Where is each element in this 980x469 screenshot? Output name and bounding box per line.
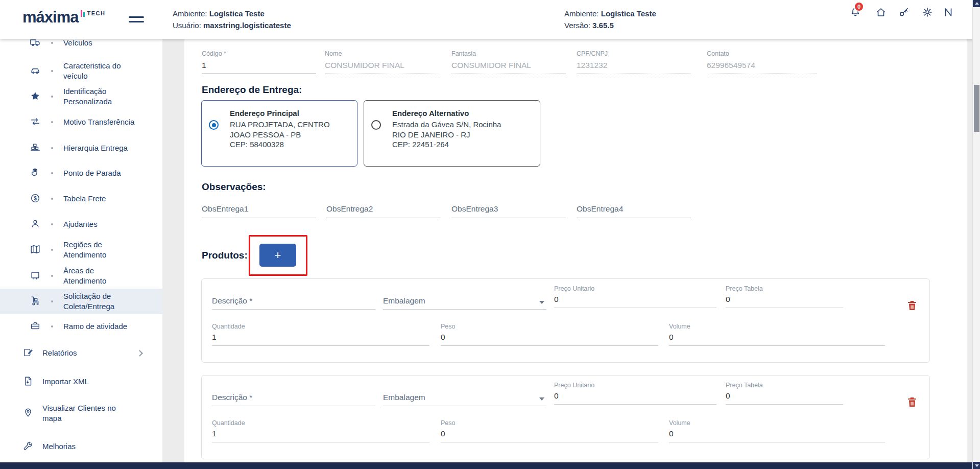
bullet-dot (51, 172, 53, 174)
add-product-button[interactable]: + (259, 244, 296, 267)
sidebar-item-relatorios[interactable]: Relatórios (0, 340, 162, 366)
sidebar-item-ponto-de-parada[interactable]: Ponto de Parada (0, 160, 162, 186)
sidebar-item-areas-atendimento[interactable]: Áreas de Atendimento (0, 263, 162, 289)
sidebar-item-ramo-atividade[interactable]: Ramo de atividade (0, 314, 162, 339)
address-line: RUA PROJETADA, CENTRO (230, 120, 330, 130)
bullet-dot (51, 325, 53, 327)
observacoes-heading: Observações: (202, 181, 266, 193)
field-label: Quantidade (212, 323, 429, 330)
field-value[interactable]: 0 (726, 391, 843, 405)
home-icon[interactable] (875, 6, 887, 18)
field-value[interactable]: 0 (441, 333, 658, 346)
obs-value[interactable]: ObsEntrega1 (202, 204, 316, 218)
sidebar-item-motivo-transferencia[interactable]: Motivo Transferência (0, 109, 162, 135)
field-value[interactable]: 0 (669, 333, 885, 346)
sidebar-item-label: Tabela Frete (63, 194, 136, 204)
endereco-principal-card[interactable]: Endereço Principal RUA PROJETADA, CENTRO… (201, 100, 357, 167)
field-label: CPF/CNPJ (577, 50, 691, 57)
field-value[interactable]: 0 (554, 295, 716, 308)
field-value: 1231232 (577, 61, 691, 74)
ambiente-value: Logística Teste (209, 9, 265, 18)
ambiente-label: Ambiente: (564, 9, 599, 18)
sidebar-item-identificacao-personalizada[interactable]: Identificação Personalizada (0, 84, 162, 109)
obs-entrega-4-field[interactable]: ObsEntrega4 (577, 204, 691, 218)
peso-field[interactable]: Peso 0 (441, 323, 658, 346)
field-placeholder[interactable]: Descrição * (212, 393, 375, 406)
endereco-alternativo-card[interactable]: Endereço Alternativo Estrada da Gávea S/… (364, 100, 540, 167)
preco-unitario-field[interactable]: Preço Unitario 0 (554, 285, 716, 308)
radio-unselected[interactable] (371, 120, 381, 130)
maxima-app-icon[interactable] (942, 6, 954, 18)
hamburger-menu-icon[interactable] (129, 16, 144, 23)
bullet-dot (51, 300, 53, 302)
field-value[interactable]: 1 (212, 429, 429, 442)
settings-gear-icon[interactable] (921, 6, 934, 18)
delete-product-trash-icon[interactable] (905, 299, 919, 313)
field-value[interactable]: 0 (554, 391, 716, 405)
obs-entrega-3-field[interactable]: ObsEntrega3 (451, 204, 566, 218)
volume-field[interactable]: Volume 0 (669, 323, 885, 346)
sidebar-item-label: Importar XML (42, 377, 124, 387)
field-label: Preço Unitario (554, 285, 716, 292)
quantidade-field[interactable]: Quantidade 1 (212, 419, 429, 442)
peso-field[interactable]: Peso 0 (441, 419, 658, 442)
field-value[interactable]: 0 (726, 295, 843, 308)
nome-field[interactable]: Nome CONSUMIDOR FINAL (325, 50, 440, 74)
vertical-scrollbar[interactable] (972, 0, 980, 469)
sidebar-item-label: Veículos (63, 39, 136, 48)
scroll-up-arrow-icon[interactable] (973, 0, 980, 7)
obs-value[interactable]: ObsEntrega3 (451, 204, 566, 218)
obs-value[interactable]: ObsEntrega2 (326, 204, 441, 218)
sidebar-item-melhorias[interactable]: Melhorias (0, 434, 162, 459)
field-value[interactable]: 1 (212, 333, 429, 346)
delete-product-trash-icon[interactable] (905, 396, 919, 409)
sidebar-item-importar-xml[interactable]: Importar XML (0, 369, 162, 394)
preco-unitario-field[interactable]: Preço Unitario 0 (554, 382, 716, 405)
preco-tabela-field[interactable]: Preço Tabela 0 (726, 382, 843, 405)
product-card: Descrição * Embalagem Preço Unitario 0 P… (201, 375, 930, 459)
map-icon (30, 244, 42, 256)
embalagem-select[interactable]: Embalagem (383, 393, 546, 406)
bullet-dot (51, 70, 53, 72)
scrollbar-thumb[interactable] (974, 85, 979, 132)
descricao-field[interactable]: Descrição * (212, 393, 375, 406)
fantasia-field[interactable]: Fantasia CONSUMIDOR FINAL (451, 50, 566, 74)
obs-entrega-2-field[interactable]: ObsEntrega2 (326, 204, 441, 218)
sidebar-item-visualizar-clientes-mapa[interactable]: Visualizar Clientes no mapa (0, 397, 162, 429)
sidebar-item-label: Caracteristica do veículo (63, 61, 136, 81)
obs-entrega-1-field[interactable]: ObsEntrega1 (202, 204, 316, 218)
radio-selected[interactable] (209, 120, 219, 130)
field-placeholder[interactable]: Embalagem (383, 393, 546, 406)
descricao-field[interactable]: Descrição * (212, 296, 375, 310)
embalagem-select[interactable]: Embalagem (383, 296, 546, 310)
address-title: Endereço Alternativo (392, 109, 501, 118)
field-label: Volume (669, 323, 885, 330)
ambiente-value: Logística Teste (601, 9, 656, 18)
sidebar-item-regioes-atendimento[interactable]: Regiões de Atendimento (0, 237, 162, 263)
codigo-field[interactable]: Código * 1 (202, 50, 316, 74)
car-icon (30, 65, 42, 77)
bullet-dot (51, 223, 53, 225)
field-placeholder[interactable]: Embalagem (383, 296, 546, 310)
field-value[interactable]: 0 (441, 429, 658, 442)
field-label: Fantasia (451, 50, 566, 57)
volume-field[interactable]: Volume 0 (669, 419, 885, 442)
sidebar-item-caracteristica-veiculo[interactable]: Caracteristica do veículo (0, 58, 162, 84)
contato-field[interactable]: Contato 62996549574 (707, 50, 817, 74)
obs-value[interactable]: ObsEntrega4 (577, 204, 691, 218)
scroll-down-arrow-icon[interactable] (973, 462, 980, 469)
sidebar-item-hierarquia-entrega[interactable]: Hierarquia Entrega (0, 135, 162, 161)
key-icon[interactable] (898, 6, 910, 18)
quantidade-field[interactable]: Quantidade 1 (212, 323, 429, 346)
sidebar-item-tabela-frete[interactable]: $ Tabela Frete (0, 186, 162, 212)
xml-file-icon (22, 376, 35, 388)
field-value[interactable]: 0 (669, 429, 885, 442)
preco-tabela-field[interactable]: Preço Tabela 0 (726, 285, 843, 308)
sidebar-item-ajudantes[interactable]: Ajudantes (0, 212, 162, 237)
sidebar-item-veiculos[interactable]: Veículos (0, 39, 162, 56)
cpf-cnpj-field[interactable]: CPF/CNPJ 1231232 (577, 50, 691, 74)
sidebar-item-solicitacao-coleta-entrega[interactable]: Solicitação de Coleta/Entrega (0, 289, 162, 314)
field-placeholder[interactable]: Descrição * (212, 296, 375, 310)
field-value[interactable]: 1 (202, 61, 316, 74)
chevron-right-icon (136, 350, 143, 357)
